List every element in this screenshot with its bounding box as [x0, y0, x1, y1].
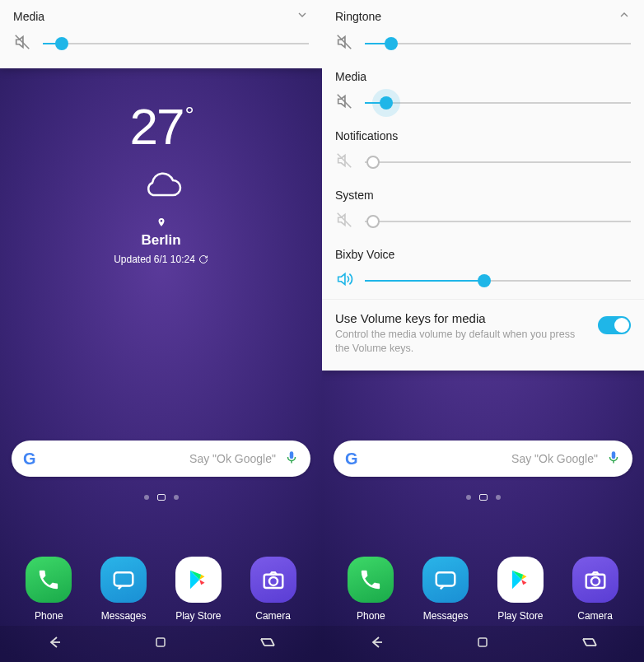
messages-icon [422, 557, 469, 603]
google-search-bar[interactable]: G Say "Ok Google" [334, 441, 632, 477]
app-messages[interactable]: Messages [412, 557, 479, 622]
volume-panel-expanded: Ringtone Media [322, 0, 644, 371]
app-label: Messages [101, 610, 147, 622]
svg-rect-1 [114, 572, 133, 585]
page-indicator[interactable] [0, 494, 322, 501]
mute-icon[interactable] [335, 33, 353, 54]
svg-line-17 [593, 639, 596, 646]
search-placeholder: Say "Ok Google" [358, 452, 606, 465]
volume-group-notifications: Notifications [322, 121, 644, 180]
setting-subtitle: Control the media volume by default when… [335, 328, 588, 356]
home-button[interactable] [474, 634, 491, 654]
messages-icon [100, 557, 147, 603]
volume-label: System [335, 189, 374, 202]
home-page-icon [157, 494, 166, 501]
svg-point-14 [591, 577, 600, 585]
app-label: Play Store [175, 610, 221, 622]
volume-group-bixby: Bixby Voice [322, 240, 644, 299]
app-label: Messages [423, 610, 469, 622]
weather-widget[interactable]: 27° Berlin Updated 6/1 10:24 [0, 97, 322, 265]
setting-title: Use Volume keys for media [335, 311, 588, 325]
ringtone-slider[interactable] [365, 34, 631, 54]
navigation-bar [0, 626, 322, 662]
media-slider[interactable] [43, 34, 309, 54]
svg-rect-5 [156, 638, 165, 646]
play-store-icon [497, 557, 544, 603]
location-city: Berlin [0, 232, 322, 249]
google-logo-icon: G [23, 450, 36, 469]
svg-line-6 [271, 639, 274, 646]
speaker-icon[interactable] [335, 270, 353, 291]
volume-label: Ringtone [335, 10, 381, 23]
search-placeholder: Say "Ok Google" [36, 452, 284, 465]
google-search-bar[interactable]: G Say "Ok Google" [12, 441, 310, 477]
back-button[interactable] [366, 632, 386, 655]
app-dock: Phone Messages Play Store Camera [322, 557, 644, 622]
play-store-icon [175, 557, 222, 603]
app-label: Camera [255, 610, 291, 622]
volume-panel-collapsed: Media [0, 0, 322, 68]
app-camera[interactable]: Camera [240, 557, 307, 622]
recents-button[interactable] [258, 632, 278, 655]
app-messages[interactable]: Messages [90, 557, 157, 622]
svg-rect-16 [478, 638, 487, 646]
camera-icon [572, 557, 618, 603]
page-dot [496, 495, 501, 500]
volume-label: Media [13, 10, 44, 23]
recents-button[interactable] [580, 632, 600, 655]
svg-line-18 [583, 639, 586, 646]
app-dock: Phone Messages Play Store Camera [0, 557, 322, 622]
app-camera[interactable]: Camera [562, 557, 629, 622]
volume-label: Bixby Voice [335, 248, 394, 261]
app-play-store[interactable]: Play Store [487, 557, 554, 622]
volume-group-media: Media [322, 62, 644, 121]
app-phone[interactable]: Phone [15, 557, 82, 622]
home-page-icon [479, 494, 488, 501]
mic-icon[interactable] [284, 448, 299, 469]
camera-icon [250, 557, 296, 603]
phone-icon [348, 557, 394, 603]
page-indicator[interactable] [322, 494, 644, 501]
location-pin-icon [0, 217, 322, 231]
toggle-switch[interactable] [598, 316, 631, 334]
mute-icon[interactable] [13, 33, 31, 54]
temperature: 27° [0, 97, 322, 156]
updated-time: Updated 6/1 10:24 [0, 254, 322, 265]
mute-icon[interactable] [335, 92, 353, 114]
volume-group-ringtone: Ringtone [322, 0, 644, 62]
chevron-down-icon[interactable] [296, 8, 309, 24]
mute-icon[interactable] [335, 152, 353, 173]
navigation-bar [322, 626, 644, 662]
google-logo-icon: G [345, 450, 358, 469]
volume-group-system: System [322, 180, 644, 240]
app-label: Phone [357, 610, 385, 622]
back-button[interactable] [44, 632, 64, 655]
home-button[interactable] [152, 634, 169, 654]
notifications-slider[interactable] [365, 152, 631, 172]
page-dot [466, 495, 471, 500]
volume-keys-setting[interactable]: Use Volume keys for media Control the me… [322, 299, 644, 364]
phone-icon [26, 557, 72, 603]
right-screen: Ringtone Media [322, 0, 644, 662]
svg-rect-12 [436, 572, 455, 585]
app-label: Phone [35, 610, 63, 622]
media-slider[interactable] [365, 93, 631, 113]
cloud-icon [0, 170, 322, 207]
volume-label: Notifications [335, 129, 398, 142]
mic-icon[interactable] [606, 448, 621, 469]
svg-line-7 [261, 639, 264, 646]
page-dot [174, 495, 179, 500]
svg-point-3 [269, 577, 278, 585]
left-screen: Media 27° Berlin [0, 0, 322, 662]
app-label: Play Store [497, 610, 543, 622]
chevron-up-icon[interactable] [618, 8, 631, 24]
volume-label: Media [335, 70, 366, 83]
app-play-store[interactable]: Play Store [165, 557, 232, 622]
mute-icon[interactable] [335, 211, 353, 232]
app-phone[interactable]: Phone [337, 557, 404, 622]
bixby-slider[interactable] [365, 271, 631, 291]
app-label: Camera [577, 610, 613, 622]
system-slider[interactable] [365, 212, 631, 231]
page-dot [144, 495, 149, 500]
